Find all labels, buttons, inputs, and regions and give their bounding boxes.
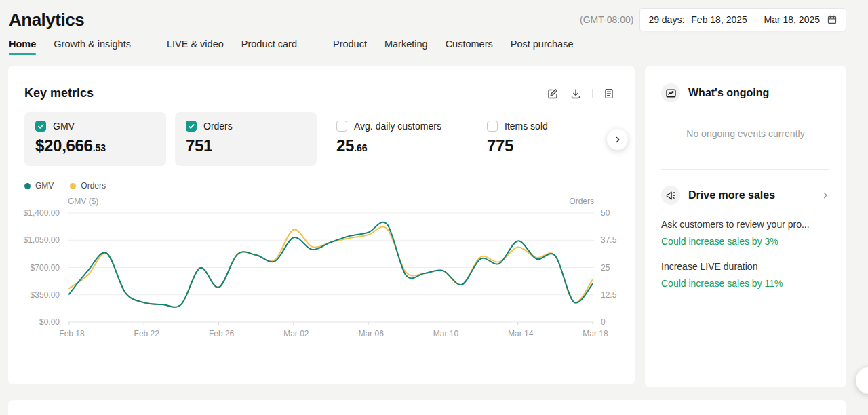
tab-customers[interactable]: Customers [446,36,493,56]
orders-legend-dot [70,183,76,189]
tab-growth-insights[interactable]: Growth & insights [54,36,131,56]
download-icon[interactable] [569,87,583,100]
metric-value: 751 [186,136,306,155]
calendar-icon [827,14,837,25]
date-range-end: Mar 18, 2025 [764,14,821,25]
suggestion-live-duration[interactable]: Increase LIVE duration Could increase sa… [661,261,830,289]
svg-text:50: 50 [601,208,610,218]
key-metrics-chart: $0.000$350.0012.5$700.0025$1,050.0037.5$… [8,192,635,355]
top-header: Analytics (GMT-08:00) 29 days: Feb 18, 2… [0,0,868,33]
nav-tabs: Home Growth & insights LIVE & video Prod… [0,35,868,57]
metric-value: 775 [487,136,607,155]
key-metrics-card: Key metrics [8,66,635,384]
legend-label: Orders [81,181,106,191]
metric-value: $20,666.53 [35,136,155,155]
sidebar-divider [661,169,830,170]
chevron-right-icon [613,135,623,144]
metric-value: 25.66 [336,136,456,155]
tab-product-card[interactable]: Product card [241,36,297,56]
chevron-right-icon[interactable] [821,191,830,200]
date-range-picker[interactable]: 29 days: Feb 18, 2025 - Mar 18, 2025 [639,8,846,31]
svg-text:GMV ($): GMV ($) [68,197,98,206]
avg-daily-customers-checkbox[interactable] [336,121,347,132]
trending-chart-icon [661,83,680,102]
report-icon[interactable] [602,87,616,100]
gmv-legend-dot [24,183,31,189]
legend-label: GMV [35,181,54,191]
actions-divider [592,89,593,98]
svg-text:12.5: 12.5 [601,290,617,300]
page-title: Analytics [9,9,84,31]
tab-marketing[interactable]: Marketing [384,36,428,56]
metric-label: Items sold [505,121,548,132]
line-chart-svg: $0.000$350.0012.5$700.0025$1,050.0037.5$… [8,192,635,348]
metric-label: Avg. daily customers [354,121,441,132]
tab-product[interactable]: Product [333,36,367,56]
whats-ongoing-header: What's ongoing [661,83,830,102]
drive-more-sales-header[interactable]: Drive more sales [661,186,830,205]
metrics-row: GMV $20,666.53 Orders 751 [24,112,618,166]
nav-divider [315,39,315,49]
svg-text:37.5: 37.5 [601,235,617,245]
gmv-checkbox[interactable] [35,121,46,132]
svg-text:$0.00: $0.00 [39,317,60,327]
metric-card-avg-daily-customers[interactable]: Avg. daily customers 25.66 [326,112,467,166]
svg-text:Orders: Orders [569,197,594,206]
svg-text:Feb 22: Feb 22 [134,329,160,338]
metrics-next-button[interactable] [607,129,628,150]
no-events-text: No ongoing events currently [661,128,830,139]
metric-card-gmv[interactable]: GMV $20,666.53 [24,112,166,166]
svg-text:Mar 06: Mar 06 [358,329,384,338]
date-range-days: 29 days: [648,14,684,25]
metric-label: GMV [53,121,75,132]
svg-text:Mar 18: Mar 18 [583,329,608,338]
content-row: Key metrics [8,66,868,387]
legend-item-gmv[interactable]: GMV [24,181,54,191]
svg-text:Feb 26: Feb 26 [209,329,235,338]
sidebar-card: What's ongoing No ongoing events current… [645,66,846,387]
legend-item-orders[interactable]: Orders [70,181,106,191]
chart-legend: GMV Orders [24,181,618,191]
svg-text:25: 25 [601,263,610,273]
tab-live-video[interactable]: LIVE & video [167,36,224,56]
date-range-separator: - [754,14,757,25]
svg-text:Mar 02: Mar 02 [283,329,309,338]
tab-home[interactable]: Home [9,36,36,56]
whats-ongoing-title: What's ongoing [688,87,769,99]
megaphone-icon [661,186,680,205]
timezone-label: (GMT-08:00) [580,14,633,25]
svg-text:$350.00: $350.00 [31,290,60,300]
next-section-card [8,400,846,415]
edit-icon[interactable] [546,87,559,100]
svg-text:$1,400.00: $1,400.00 [24,208,60,218]
svg-text:Feb 18: Feb 18 [59,329,85,338]
metric-card-items-sold[interactable]: Items sold 775 [476,112,618,166]
svg-text:Mar 10: Mar 10 [433,329,459,338]
svg-text:$1,050.00: $1,050.00 [24,235,60,245]
metric-label: Orders [203,121,233,132]
svg-text:$700.00: $700.00 [31,263,60,273]
items-sold-checkbox[interactable] [487,121,498,132]
orders-checkbox[interactable] [186,121,197,132]
nav-divider [149,39,149,49]
header-right: (GMT-08:00) 29 days: Feb 18, 2025 - Mar … [580,8,846,31]
key-metrics-title: Key metrics [24,86,94,100]
key-metrics-header: Key metrics [8,66,635,100]
analytics-page: Analytics (GMT-08:00) 29 days: Feb 18, 2… [0,0,868,415]
tab-post-purchase[interactable]: Post purchase [511,36,574,56]
date-range-start: Feb 18, 2025 [691,14,747,25]
drive-more-sales-title: Drive more sales [688,189,775,201]
suggestion-review-products[interactable]: Ask customers to review your pro... Coul… [661,219,830,247]
key-metrics-actions [546,87,616,100]
svg-text:Mar 14: Mar 14 [508,329,534,338]
metric-card-orders[interactable]: Orders 751 [175,112,317,166]
svg-text:0: 0 [601,317,606,327]
